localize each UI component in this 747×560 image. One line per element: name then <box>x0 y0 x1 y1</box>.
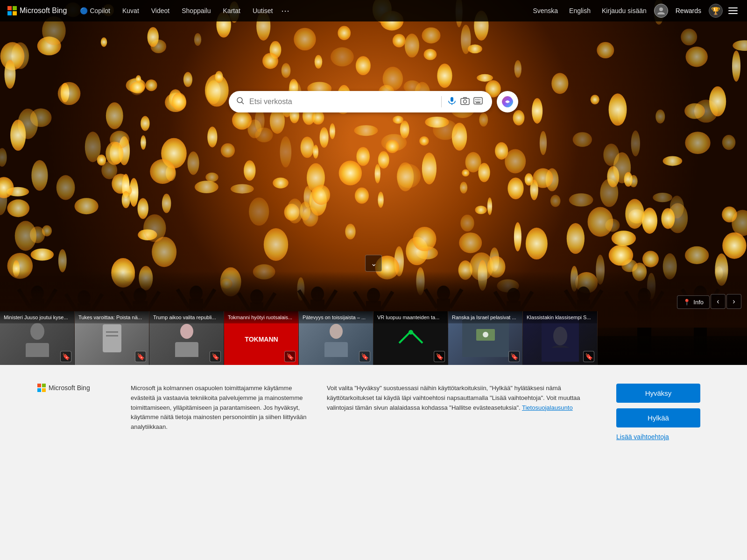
news-card-6-title: VR luopuu maanteiden ta... <box>374 311 448 323</box>
news-strip: Ministeri Juuso joutui kyse... 🔖 Tukes v… <box>0 311 747 365</box>
news-card-7-save[interactable]: 🔖 <box>508 351 520 362</box>
info-label: Info <box>693 299 704 306</box>
news-card-4-title: Tokmanni hyötyi ruotsalais... <box>224 311 298 323</box>
news-card-1-save[interactable]: 🔖 <box>60 351 71 362</box>
news-card-2-title: Tukes varoittaa: Poista nä... <box>75 311 149 323</box>
news-card-1-title: Ministeri Juuso joutui kyse... <box>0 311 74 323</box>
news-card-8-save[interactable]: 🔖 <box>583 351 594 362</box>
svg-rect-27 <box>324 342 348 357</box>
news-card-7[interactable]: Ranska ja Israel pelasivat ... 🔖 <box>448 311 523 365</box>
svg-point-34 <box>553 327 567 345</box>
info-button[interactable]: 📍 Info <box>677 295 710 309</box>
nav-videot-label: Videot <box>151 7 169 14</box>
news-card-8[interactable]: Klassistakin klassisempi S... 🔖 <box>523 311 598 365</box>
copilot-nav-icon: 🔵 <box>80 7 88 14</box>
news-card-5-title: Pätevyys on toissijaista – ... <box>299 311 373 323</box>
search-container <box>229 91 518 112</box>
hero-section: ⌄ 📍 Info ‹ › Ministeri Juuso joutui kyse… <box>0 0 747 365</box>
news-next-button[interactable]: › <box>726 294 741 309</box>
nav-trophy-icon[interactable]: 🏆 <box>709 4 723 18</box>
svg-rect-20 <box>106 331 118 333</box>
svg-rect-18 <box>26 343 49 357</box>
nav-uutiset[interactable]: Uutiset <box>247 5 279 16</box>
consent-accept-button[interactable]: Hyväksy <box>616 384 700 403</box>
news-card-3-save[interactable]: 🔖 <box>210 351 221 362</box>
nav-right: Svenska English Kirjaudu sisään Rewards … <box>529 4 740 18</box>
consent-bing-logo: Microsoft Bing <box>37 384 112 392</box>
news-card-5-save[interactable]: 🔖 <box>359 351 370 362</box>
svg-point-22 <box>180 324 193 339</box>
navbar: Microsoft Bing 🔵 Copilot Kuvat Videot Sh… <box>0 0 747 21</box>
svg-point-29 <box>409 330 413 335</box>
nav-rewards-button[interactable]: Rewards <box>672 5 705 16</box>
consent-reject-button[interactable]: Hylkää <box>616 408 700 427</box>
scroll-down-button[interactable]: ⌄ <box>365 255 382 272</box>
nav-hamburger-button[interactable] <box>726 4 740 17</box>
news-card-3[interactable]: Trump aikoo valita republi... 🔖 <box>149 311 224 365</box>
news-card-4[interactable]: TOKMANN Tokmanni hyötyi ruotsalais... 🔖 <box>224 311 299 365</box>
news-card-5[interactable]: Pätevyys on toissijaista – ... 🔖 <box>299 311 374 365</box>
news-card-3-title: Trump aikoo valita republi... <box>149 311 224 323</box>
consent-middle-col: Voit valita "Hyväksy" suostuessasi näihi… <box>327 384 598 413</box>
svg-point-0 <box>659 7 663 11</box>
svg-rect-5 <box>461 98 469 105</box>
nav-signin-button[interactable]: Kirjaudu sisään <box>598 5 650 16</box>
consent-microsoft-squares <box>37 384 46 392</box>
news-card-1[interactable]: Ministeri Juuso joutui kyse... 🔖 <box>0 311 75 365</box>
nav-user-avatar[interactable] <box>654 4 668 18</box>
nav-svenska-button[interactable]: Svenska <box>529 5 562 16</box>
svg-rect-21 <box>106 335 118 336</box>
news-prev-button[interactable]: ‹ <box>711 294 726 309</box>
search-icon <box>236 97 245 107</box>
nav-more-button[interactable]: ··· <box>279 6 291 16</box>
svg-rect-19 <box>103 324 121 352</box>
search-camera-button[interactable] <box>458 94 472 110</box>
svg-point-26 <box>330 324 343 339</box>
consent-text-1: Microsoft ja kolmannen osapuolen toimitt… <box>131 384 308 432</box>
consent-text-col: Microsoft ja kolmannen osapuolen toimitt… <box>131 384 308 432</box>
consent-logo-text: Microsoft Bing <box>49 384 90 392</box>
svg-text:TOKMANN: TOKMANN <box>245 336 278 343</box>
news-card-7-title: Ranska ja Israel pelasivat ... <box>448 311 522 323</box>
nav-kartat-label: Kartat <box>223 7 240 14</box>
news-card-6[interactable]: VR luopuu maanteiden ta... 🔖 <box>374 311 448 365</box>
news-card-2[interactable]: Tukes varoittaa: Poista nä... 🔖 <box>75 311 149 365</box>
nav-copilot-label: Copilot <box>90 7 110 14</box>
copilot-button[interactable] <box>497 91 518 112</box>
svg-point-17 <box>30 323 44 340</box>
svg-line-2 <box>242 102 244 104</box>
news-card-4-save[interactable]: 🔖 <box>284 351 296 362</box>
consent-text-2: Voit valita "Hyväksy" suostuessasi näihi… <box>327 384 598 413</box>
nav-english-button[interactable]: English <box>565 5 594 16</box>
nav-videot[interactable]: Videot <box>146 5 175 16</box>
svg-rect-3 <box>451 97 453 102</box>
search-divider <box>441 96 442 107</box>
consent-more-options-button[interactable]: Lisää vaihtoehtoja <box>616 433 669 441</box>
svg-rect-23 <box>175 342 198 357</box>
consent-privacy-link[interactable]: Tietosuojalausunto <box>522 404 573 411</box>
search-mic-button[interactable] <box>445 94 458 110</box>
search-keyboard-button[interactable] <box>472 95 485 109</box>
nav-shoppailu-label: Shoppailu <box>182 7 211 14</box>
nav-links: 🔵 Copilot Kuvat Videot Shoppailu Kartat … <box>74 5 526 16</box>
bing-logo[interactable]: Microsoft Bing <box>7 6 67 15</box>
nav-copilot[interactable]: 🔵 Copilot <box>74 5 116 16</box>
consent-buttons-col: Hyväksy Hylkää Lisää vaihtoehtoja <box>616 384 710 441</box>
copilot-icon <box>501 95 514 108</box>
news-card-8-title: Klassistakin klassisempi S... <box>523 311 597 323</box>
search-box <box>229 91 492 112</box>
svg-point-6 <box>464 100 467 103</box>
user-icon <box>657 7 665 15</box>
location-icon: 📍 <box>683 299 691 306</box>
news-card-6-save[interactable]: 🔖 <box>434 351 445 362</box>
nav-uutiset-label: Uutiset <box>253 7 273 14</box>
nav-kuvat-label: Kuvat <box>122 7 139 14</box>
search-input[interactable] <box>249 98 437 106</box>
logo-text: Microsoft Bing <box>20 7 67 15</box>
nav-kartat[interactable]: Kartat <box>218 5 246 16</box>
nav-kuvat[interactable]: Kuvat <box>117 5 145 16</box>
svg-point-1 <box>237 98 242 103</box>
news-card-2-save[interactable]: 🔖 <box>135 351 146 362</box>
consent-logo-col: Microsoft Bing <box>37 384 112 399</box>
nav-shoppailu[interactable]: Shoppailu <box>176 5 216 16</box>
